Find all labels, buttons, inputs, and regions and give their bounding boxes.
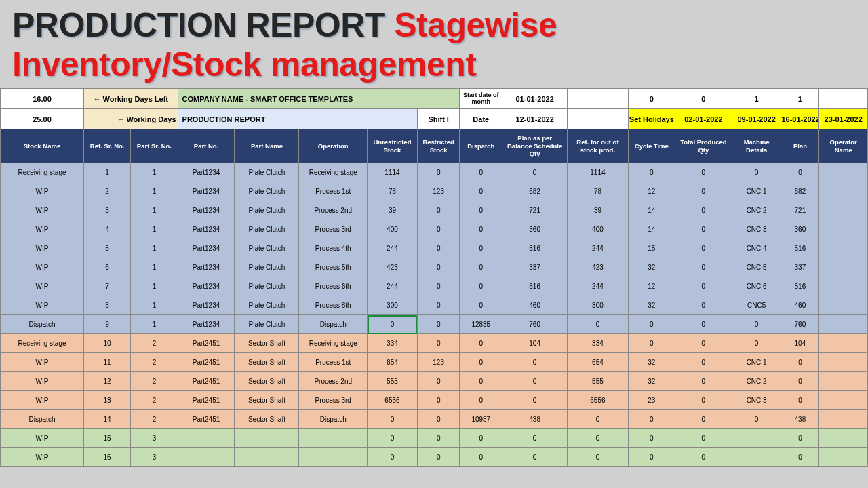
- cell[interactable]: 0: [502, 163, 568, 182]
- cell[interactable]: Process 3rd: [299, 220, 368, 239]
- cell[interactable]: CNC 6: [732, 277, 781, 296]
- cell[interactable]: 654: [568, 353, 628, 372]
- cell[interactable]: 0: [732, 410, 781, 429]
- cell[interactable]: 123: [417, 182, 460, 201]
- cell[interactable]: 337: [781, 258, 819, 277]
- cell[interactable]: 0: [460, 429, 502, 448]
- cell[interactable]: 0: [417, 201, 460, 220]
- spreadsheet-grid[interactable]: 16.00 ← Working Days Left COMPANY NAME -…: [0, 88, 868, 467]
- cell[interactable]: CNC 2: [732, 201, 781, 220]
- cell[interactable]: [235, 448, 299, 467]
- cell[interactable]: WIP: [1, 182, 84, 201]
- cell[interactable]: [819, 372, 868, 391]
- cell[interactable]: 11: [83, 353, 130, 372]
- cell[interactable]: 0: [417, 258, 460, 277]
- cell[interactable]: 438: [781, 410, 819, 429]
- cell[interactable]: 0: [460, 182, 502, 201]
- cell[interactable]: 0: [628, 410, 675, 429]
- cell[interactable]: 682: [781, 182, 819, 201]
- cell[interactable]: Plate Clutch: [235, 296, 299, 315]
- cell[interactable]: CNC 1: [732, 353, 781, 372]
- cell[interactable]: Plate Clutch: [235, 182, 299, 201]
- col-header-2[interactable]: Part Sr. No.: [131, 129, 178, 163]
- cell[interactable]: Process 8th: [299, 296, 368, 315]
- cell[interactable]: [819, 410, 868, 429]
- col-header-10[interactable]: Ref. for out of stock prod.: [568, 129, 628, 163]
- cell[interactable]: 0: [732, 334, 781, 353]
- cell[interactable]: Part1234: [178, 201, 235, 220]
- cell[interactable]: 423: [368, 258, 418, 277]
- cell[interactable]: 3: [83, 201, 130, 220]
- cell[interactable]: [819, 296, 868, 315]
- table-row[interactable]: WIP71Part1234Plate ClutchProcess 6th2440…: [1, 277, 868, 296]
- cell[interactable]: 0: [675, 372, 732, 391]
- cell[interactable]: 7: [83, 277, 130, 296]
- cell[interactable]: 0: [460, 372, 502, 391]
- count-3[interactable]: 1: [781, 89, 819, 109]
- cell[interactable]: 123: [417, 353, 460, 372]
- table-row[interactable]: Receiving stage102Part2451Sector ShaftRe…: [1, 334, 868, 353]
- cell[interactable]: 0: [417, 391, 460, 410]
- cell[interactable]: 0: [568, 315, 628, 334]
- cell[interactable]: [819, 315, 868, 334]
- cell[interactable]: 1: [131, 220, 178, 239]
- cell[interactable]: WIP: [1, 429, 84, 448]
- table-row[interactable]: Dispatch91Part1234Plate ClutchDispatch00…: [1, 315, 868, 334]
- cell[interactable]: 1: [83, 163, 130, 182]
- table-row[interactable]: WIP15300000000: [1, 429, 868, 448]
- cell[interactable]: [819, 163, 868, 182]
- cell[interactable]: WIP: [1, 353, 84, 372]
- days-left-value[interactable]: 16.00: [1, 89, 84, 109]
- cell[interactable]: 0: [781, 391, 819, 410]
- column-header-row[interactable]: Stock NameRef. Sr. No.Part Sr. No.Part N…: [1, 129, 868, 163]
- cell[interactable]: 5: [83, 239, 130, 258]
- cell[interactable]: WIP: [1, 372, 84, 391]
- cell[interactable]: WIP: [1, 391, 84, 410]
- cell[interactable]: 0: [460, 239, 502, 258]
- cell[interactable]: 0: [460, 258, 502, 277]
- cell[interactable]: 12835: [460, 315, 502, 334]
- holiday-2[interactable]: 16-01-2022: [781, 109, 819, 129]
- cell[interactable]: 104: [502, 334, 568, 353]
- cell[interactable]: 0: [675, 391, 732, 410]
- cell[interactable]: 0: [502, 353, 568, 372]
- cell[interactable]: CNC 2: [732, 372, 781, 391]
- cell[interactable]: Part1234: [178, 182, 235, 201]
- cell[interactable]: 0: [417, 163, 460, 182]
- col-header-0[interactable]: Stock Name: [1, 129, 84, 163]
- cell[interactable]: 2: [83, 182, 130, 201]
- table-row[interactable]: WIP61Part1234Plate ClutchProcess 5th4230…: [1, 258, 868, 277]
- count-4[interactable]: [819, 89, 868, 109]
- cell[interactable]: WIP: [1, 277, 84, 296]
- cell[interactable]: 400: [568, 220, 628, 239]
- cell[interactable]: 334: [568, 334, 628, 353]
- cell[interactable]: 0: [628, 448, 675, 467]
- cell[interactable]: 15: [83, 429, 130, 448]
- cell[interactable]: Dispatch: [1, 410, 84, 429]
- cell[interactable]: 0: [781, 429, 819, 448]
- cell[interactable]: 337: [502, 258, 568, 277]
- working-days-label[interactable]: ← Working Days: [83, 109, 178, 129]
- cell[interactable]: 0: [628, 315, 675, 334]
- cell[interactable]: 104: [781, 334, 819, 353]
- cell[interactable]: Part1234: [178, 296, 235, 315]
- cell[interactable]: Dispatch: [299, 315, 368, 334]
- cell[interactable]: 0: [460, 277, 502, 296]
- cell[interactable]: 0: [781, 353, 819, 372]
- col-header-8[interactable]: Dispatch: [460, 129, 502, 163]
- table-row[interactable]: WIP31Part1234Plate ClutchProcess 2nd3900…: [1, 201, 868, 220]
- cell[interactable]: 760: [502, 315, 568, 334]
- date-label[interactable]: Date: [460, 109, 502, 129]
- cell[interactable]: [819, 182, 868, 201]
- cell[interactable]: 14: [628, 201, 675, 220]
- start-date-value[interactable]: 01-01-2022: [502, 89, 568, 109]
- cell[interactable]: 16: [83, 448, 130, 467]
- cell[interactable]: 0: [675, 448, 732, 467]
- cell[interactable]: Sector Shaft: [235, 391, 299, 410]
- cell[interactable]: 1: [131, 201, 178, 220]
- cell[interactable]: 0: [417, 239, 460, 258]
- cell[interactable]: Plate Clutch: [235, 220, 299, 239]
- cell[interactable]: [732, 429, 781, 448]
- cell[interactable]: 0: [568, 448, 628, 467]
- cell[interactable]: Part1234: [178, 277, 235, 296]
